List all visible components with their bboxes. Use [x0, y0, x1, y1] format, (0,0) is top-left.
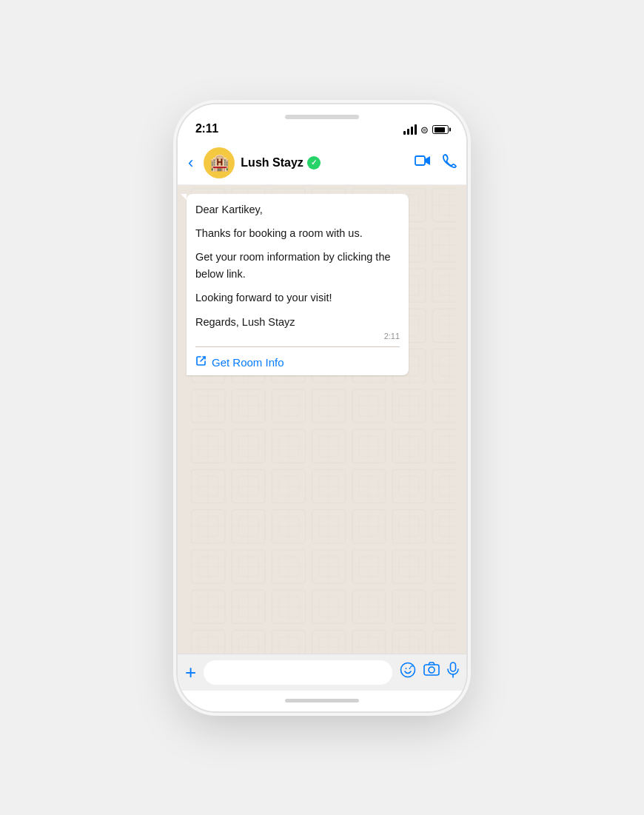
input-actions [400, 662, 459, 682]
video-call-button[interactable] [415, 153, 431, 172]
message-greeting: Dear Kartikey, [195, 201, 400, 218]
chat-body: Dear Kartikey, Thanks for booking a room… [178, 185, 466, 654]
add-button[interactable]: + [185, 663, 196, 682]
svg-point-10 [429, 667, 435, 673]
message-line3: Looking forward to your visit! [195, 289, 400, 306]
phone-frame: 2:11 ⊜ ‹ 🏨 Lush Stayz ✓ [178, 104, 466, 711]
status-bar: 2:11 ⊜ [178, 104, 466, 141]
svg-rect-0 [415, 156, 425, 165]
svg-rect-11 [451, 663, 456, 671]
phone-call-button[interactable] [443, 153, 457, 172]
get-room-info-label: Get Room Info [212, 356, 284, 369]
status-time: 2:11 [195, 122, 218, 135]
message-sign: Regards, Lush Stayz [195, 314, 400, 330]
phone-notch [285, 115, 359, 119]
home-bar [285, 699, 359, 702]
mic-button[interactable] [447, 662, 459, 682]
message-divider [195, 346, 400, 347]
chat-input-bar: + [178, 654, 466, 691]
home-indicator [178, 691, 466, 711]
header-actions [415, 153, 457, 172]
message-bubble: Dear Kartikey, Thanks for booking a room… [187, 194, 409, 376]
sticker-button[interactable] [400, 662, 416, 682]
message-timestamp: 2:11 [195, 332, 400, 341]
message-text: Dear Kartikey, Thanks for booking a room… [195, 201, 400, 331]
wifi-icon: ⊜ [420, 124, 429, 135]
message-line1: Thanks for booking a room with us. [195, 225, 400, 241]
signal-icon [403, 124, 417, 135]
contact-info: Lush Stayz ✓ [241, 156, 409, 170]
camera-button[interactable] [423, 662, 440, 682]
message-input[interactable] [204, 660, 392, 685]
verified-badge: ✓ [307, 156, 321, 170]
svg-point-6 [401, 663, 415, 677]
messages-area: Dear Kartikey, Thanks for booking a room… [178, 185, 466, 654]
status-icons: ⊜ [403, 124, 449, 135]
svg-point-8 [409, 668, 411, 669]
chat-header: ‹ 🏨 Lush Stayz ✓ [178, 141, 466, 185]
battery-icon [432, 125, 449, 134]
link-icon [195, 355, 207, 369]
avatar: 🏨 [204, 147, 235, 178]
contact-name: Lush Stayz [241, 156, 303, 170]
back-button[interactable]: ‹ [184, 150, 198, 175]
get-room-info-link[interactable]: Get Room Info [195, 352, 400, 371]
svg-rect-9 [424, 665, 439, 675]
message-line2: Get your room information by clicking th… [195, 249, 400, 282]
svg-point-7 [406, 668, 407, 669]
